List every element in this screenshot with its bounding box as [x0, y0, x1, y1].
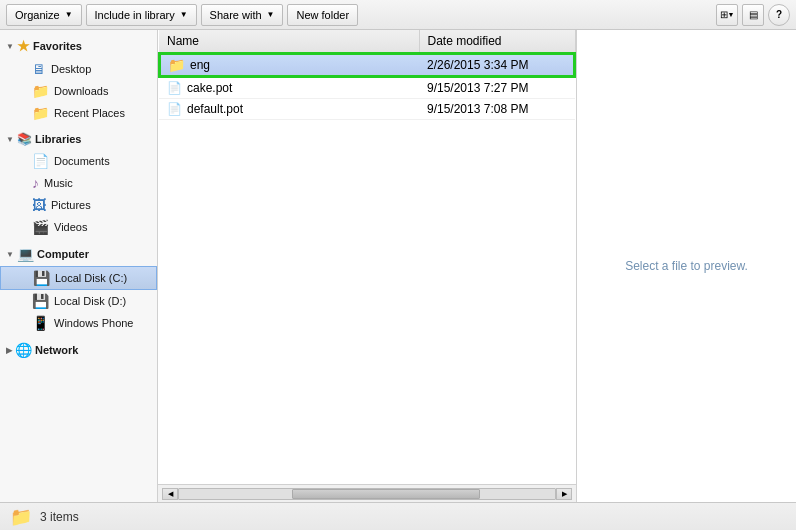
sidebar-item-music[interactable]: ♪ Music [0, 172, 157, 194]
scrollbar-track[interactable] [178, 488, 556, 500]
organize-label: Organize [15, 9, 60, 21]
share-arrow: ▼ [267, 10, 275, 19]
pane-button[interactable]: ▤ [742, 4, 764, 26]
share-label: Share with [210, 9, 262, 21]
videos-label: Videos [54, 221, 87, 233]
file-name-cell: 📄cake.pot [159, 77, 419, 99]
file-name-label: default.pot [187, 102, 243, 116]
help-button[interactable]: ? [768, 4, 790, 26]
videos-icon: 🎬 [32, 219, 49, 235]
view-options-button[interactable]: ⊞▼ [716, 4, 738, 26]
recent-places-label: Recent Places [54, 107, 125, 119]
folder-icon: 📁 [168, 57, 185, 73]
favorites-label: Favorites [33, 40, 82, 52]
file-list-container[interactable]: Name Date modified 📁eng2/26/2015 3:34 PM… [158, 30, 576, 484]
computer-expand-icon: ▼ [6, 250, 14, 259]
file-name-label: cake.pot [187, 81, 232, 95]
sidebar-item-recent-places[interactable]: 📁 Recent Places [0, 102, 157, 124]
scrollbar-left-arrow[interactable]: ◀ [162, 488, 178, 500]
sidebar-item-documents[interactable]: 📄 Documents [0, 150, 157, 172]
downloads-icon: 📁 [32, 83, 49, 99]
network-label: Network [35, 344, 78, 356]
downloads-label: Downloads [54, 85, 108, 97]
new-folder-button[interactable]: New folder [287, 4, 358, 26]
sidebar-item-videos[interactable]: 🎬 Videos [0, 216, 157, 238]
music-icon: ♪ [32, 175, 39, 191]
favorites-star-icon: ★ [17, 38, 30, 54]
windows-phone-icon: 📱 [32, 315, 49, 331]
local-disk-c-label: Local Disk (C:) [55, 272, 127, 284]
recent-places-icon: 📁 [32, 105, 49, 121]
scrollbar-right-arrow[interactable]: ▶ [556, 488, 572, 500]
file-icon: 📄 [167, 81, 182, 95]
file-name-cell: 📄default.pot [159, 99, 419, 120]
desktop-label: Desktop [51, 63, 91, 75]
preview-text: Select a file to preview. [625, 259, 748, 273]
status-folder-icon: 📁 [10, 506, 32, 528]
documents-icon: 📄 [32, 153, 49, 169]
favorites-header[interactable]: ▼ ★ Favorites [0, 34, 157, 58]
sidebar-item-local-disk-d[interactable]: 💾 Local Disk (D:) [0, 290, 157, 312]
libraries-section: ▼ 📚 Libraries 📄 Documents ♪ Music 🖼 Pict… [0, 128, 157, 238]
pictures-label: Pictures [51, 199, 91, 211]
preview-panel: Select a file to preview. [576, 30, 796, 502]
sidebar-item-local-disk-c[interactable]: 💾 Local Disk (C:) [0, 266, 157, 290]
status-count: 3 items [40, 510, 79, 524]
documents-label: Documents [54, 155, 110, 167]
scrollbar-thumb[interactable] [292, 489, 480, 499]
favorites-expand-icon: ▼ [6, 42, 14, 51]
new-folder-label: New folder [296, 9, 349, 21]
organize-arrow: ▼ [65, 10, 73, 19]
file-list-header: Name Date modified [159, 30, 575, 53]
table-row[interactable]: 📄cake.pot9/15/2013 7:27 PM [159, 77, 575, 99]
include-arrow: ▼ [180, 10, 188, 19]
desktop-icon: 🖥 [32, 61, 46, 77]
network-section: ▶ 🌐 Network [0, 338, 157, 362]
computer-section: ▼ 💻 Computer 💾 Local Disk (C:) 💾 Local D… [0, 242, 157, 334]
col-date-label: Date modified [428, 34, 502, 48]
col-name-label: Name [167, 34, 199, 48]
sidebar-item-desktop[interactable]: 🖥 Desktop [0, 58, 157, 80]
include-label: Include in library [95, 9, 175, 21]
table-row[interactable]: 📁eng2/26/2015 3:34 PM [159, 53, 575, 77]
local-disk-d-label: Local Disk (D:) [54, 295, 126, 307]
file-date-cell: 9/15/2013 7:27 PM [419, 77, 575, 99]
file-date-cell: 2/26/2015 3:34 PM [419, 53, 575, 77]
horizontal-scrollbar[interactable]: ◀ ▶ [158, 484, 576, 502]
pictures-icon: 🖼 [32, 197, 46, 213]
network-expand-icon: ▶ [6, 346, 12, 355]
sidebar-item-downloads[interactable]: 📁 Downloads [0, 80, 157, 102]
organize-button[interactable]: Organize ▼ [6, 4, 82, 26]
local-disk-d-icon: 💾 [32, 293, 49, 309]
computer-icon: 💻 [17, 246, 34, 262]
table-row[interactable]: 📄default.pot9/15/2013 7:08 PM [159, 99, 575, 120]
status-bar: 📁 3 items [0, 502, 796, 530]
file-icon: 📄 [167, 102, 182, 116]
col-date-header[interactable]: Date modified [419, 30, 575, 53]
file-area: Name Date modified 📁eng2/26/2015 3:34 PM… [158, 30, 576, 502]
col-name-header[interactable]: Name [159, 30, 419, 53]
toolbar-right: ⊞▼ ▤ ? [716, 4, 790, 26]
favorites-section: ▼ ★ Favorites 🖥 Desktop 📁 Downloads 📁 Re… [0, 34, 157, 124]
local-disk-c-icon: 💾 [33, 270, 50, 286]
file-date-cell: 9/15/2013 7:08 PM [419, 99, 575, 120]
file-name-label: eng [190, 58, 210, 72]
toolbar: Organize ▼ Include in library ▼ Share wi… [0, 0, 796, 30]
file-list: Name Date modified 📁eng2/26/2015 3:34 PM… [158, 30, 576, 120]
sidebar-item-pictures[interactable]: 🖼 Pictures [0, 194, 157, 216]
network-header[interactable]: ▶ 🌐 Network [0, 338, 157, 362]
libraries-icon: 📚 [17, 132, 32, 146]
include-in-library-button[interactable]: Include in library ▼ [86, 4, 197, 26]
libraries-label: Libraries [35, 133, 81, 145]
main-area: ▼ ★ Favorites 🖥 Desktop 📁 Downloads 📁 Re… [0, 30, 796, 502]
computer-header[interactable]: ▼ 💻 Computer [0, 242, 157, 266]
libraries-header[interactable]: ▼ 📚 Libraries [0, 128, 157, 150]
sidebar: ▼ ★ Favorites 🖥 Desktop 📁 Downloads 📁 Re… [0, 30, 158, 502]
windows-phone-label: Windows Phone [54, 317, 134, 329]
music-label: Music [44, 177, 73, 189]
sidebar-item-windows-phone[interactable]: 📱 Windows Phone [0, 312, 157, 334]
file-name-cell: 📁eng [159, 53, 419, 77]
computer-label: Computer [37, 248, 89, 260]
libraries-expand-icon: ▼ [6, 135, 14, 144]
share-with-button[interactable]: Share with ▼ [201, 4, 284, 26]
